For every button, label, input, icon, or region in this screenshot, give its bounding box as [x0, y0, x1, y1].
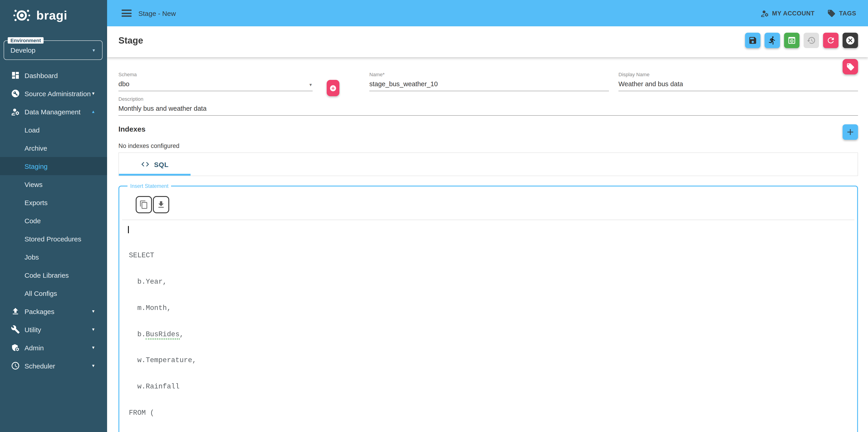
menu-icon[interactable]: [122, 8, 132, 19]
name-label: Name*: [369, 72, 609, 77]
sidebar-nav: Dashboard Source Administration ▼ Data M…: [0, 66, 107, 375]
tags-button[interactable]: TAGS: [827, 9, 856, 18]
name-field[interactable]: Name* stage_bus_weather_10: [369, 72, 609, 91]
refresh-button[interactable]: [823, 33, 838, 48]
indexes-title: Indexes: [118, 125, 146, 133]
insert-statement-legend: Insert Statement: [127, 183, 171, 189]
editor-divider: [122, 220, 855, 220]
sidebar-item-exports[interactable]: Exports: [0, 193, 107, 212]
sidebar-item-label: Scheduler: [25, 362, 55, 370]
run-button[interactable]: [765, 33, 780, 48]
code-line: SELECT: [129, 251, 855, 260]
tab-sql[interactable]: SQL: [119, 153, 191, 176]
schema-value: dbo: [118, 80, 129, 88]
sidebar-item-label: Load: [25, 126, 40, 134]
add-schema-button[interactable]: [327, 80, 339, 96]
sidebar-item-utility[interactable]: Utility ▼: [0, 320, 107, 339]
sidebar-item-staging[interactable]: Staging: [0, 157, 107, 175]
tab-sql-label: SQL: [154, 160, 168, 168]
sidebar-item-code-libraries[interactable]: Code Libraries: [0, 266, 107, 284]
sidebar-item-label: Views: [25, 180, 43, 188]
schema-field[interactable]: Schema dbo ▼: [118, 72, 313, 91]
sidebar-item-all-configs[interactable]: All Configs: [0, 284, 107, 302]
download-button[interactable]: [153, 196, 169, 213]
my-account-button[interactable]: MY ACCOUNT: [760, 9, 815, 18]
page-title: Stage: [118, 35, 143, 46]
sidebar-item-views[interactable]: Views: [0, 175, 107, 193]
add-circle-icon: [330, 84, 337, 92]
sql-code[interactable]: SELECT b.Year, m.Month, b.BusRides, w.Te…: [129, 225, 855, 432]
plus-icon: [845, 127, 855, 137]
chevron-down-icon: ▼: [309, 83, 313, 87]
add-index-button[interactable]: [843, 124, 858, 140]
insert-statement-editor[interactable]: Insert Statement SELECT b.Year, m.Month,…: [118, 183, 858, 432]
sidebar-item-label: Jobs: [25, 253, 39, 261]
tag-icon: [827, 9, 836, 18]
sidebar-item-label: Packages: [25, 307, 55, 315]
app-logo-text: bragi: [36, 8, 67, 23]
pipe-wrench-icon: [11, 325, 20, 334]
chevron-up-icon: ▲: [91, 110, 95, 114]
dashboard-icon: [11, 71, 20, 80]
chevron-down-icon: ▼: [91, 345, 95, 350]
description-label: Description: [118, 96, 858, 102]
text-cursor: [128, 226, 129, 233]
app-logo: bragi: [0, 0, 107, 25]
wrench-circle-icon: [11, 89, 20, 98]
sidebar-item-label: Code: [25, 217, 41, 224]
sidebar-item-label: Stored Procedures: [25, 235, 81, 243]
my-account-label: MY ACCOUNT: [772, 10, 815, 17]
environment-value: Develop: [10, 46, 35, 54]
sidebar-item-label: Code Libraries: [25, 271, 69, 279]
copy-button[interactable]: [136, 196, 152, 213]
description-field[interactable]: Description Monthly bus and weather data: [118, 96, 858, 116]
display-name-field[interactable]: Display Name Weather and bus data: [618, 72, 858, 91]
code-icon: [141, 160, 150, 169]
sidebar-item-code[interactable]: Code: [0, 212, 107, 229]
save-button[interactable]: [745, 33, 761, 48]
sidebar-item-scheduler[interactable]: Scheduler ▼: [0, 357, 107, 375]
sidebar-item-label: Utility: [25, 326, 41, 333]
sidebar: bragi Environment Develop ▼ Dashboard So…: [0, 0, 107, 432]
code-line: FROM (: [129, 409, 855, 418]
chevron-down-icon: ▼: [92, 48, 96, 53]
sidebar-item-label: Data Management: [25, 108, 81, 116]
sidebar-item-load[interactable]: Load: [0, 121, 107, 139]
chevron-down-icon: ▼: [91, 364, 95, 368]
environment-select[interactable]: Environment Develop ▼: [4, 37, 102, 60]
bragi-logo-icon: [12, 5, 32, 25]
upload-icon: [11, 307, 20, 316]
page-header-card: Stage: [107, 26, 868, 57]
manage-accounts-icon: [11, 107, 20, 116]
toolbar: [745, 33, 858, 48]
sidebar-item-archive[interactable]: Archive: [0, 139, 107, 157]
sidebar-item-jobs[interactable]: Jobs: [0, 248, 107, 266]
sidebar-item-label: All Configs: [25, 289, 57, 297]
code-line: w.Rainfall: [129, 383, 855, 392]
shield-admin-icon: [11, 343, 20, 352]
sidebar-item-label: Exports: [25, 198, 48, 206]
sidebar-item-source-administration[interactable]: Source Administration ▼: [0, 84, 107, 102]
tag-fab-button[interactable]: [843, 59, 858, 74]
history-button: [804, 33, 819, 48]
tag-icon: [846, 62, 855, 71]
main-area: Stage - New MY ACCOUNT TAGS Stage: [107, 0, 868, 432]
code-line: w.Temperature,: [129, 357, 855, 365]
environment-label: Environment: [8, 37, 43, 43]
display-name-value: Weather and bus data: [618, 80, 683, 88]
schema-label: Schema: [118, 72, 313, 77]
editor-toolbar: [136, 196, 855, 213]
close-button[interactable]: [843, 33, 858, 48]
sidebar-item-label: Archive: [25, 144, 47, 152]
sidebar-item-stored-procedures[interactable]: Stored Procedures: [0, 229, 107, 248]
sidebar-item-admin[interactable]: Admin ▼: [0, 339, 107, 357]
chevron-down-icon: ▼: [91, 91, 95, 96]
sidebar-item-packages[interactable]: Packages ▼: [0, 302, 107, 320]
sidebar-item-dashboard[interactable]: Dashboard: [0, 66, 107, 84]
code-line: b.BusRides,: [129, 330, 855, 339]
sidebar-item-data-management[interactable]: Data Management ▲: [0, 102, 107, 121]
sidebar-item-label: Source Administration: [25, 90, 91, 97]
name-value: stage_bus_weather_10: [369, 80, 438, 88]
tags-label: TAGS: [839, 10, 856, 17]
preview-button[interactable]: [784, 33, 800, 48]
